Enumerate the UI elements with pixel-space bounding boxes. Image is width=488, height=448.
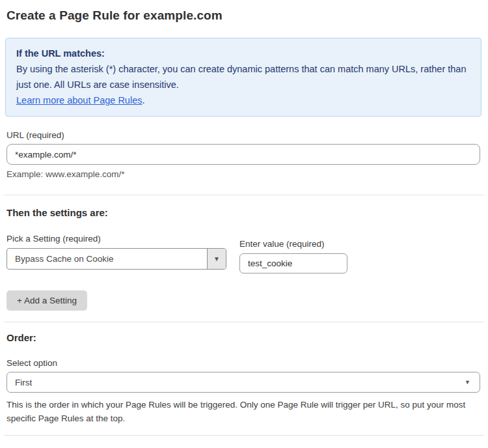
setting-dropdown[interactable]: Bypass Cache on Cookie ▼ [7, 248, 226, 270]
url-matches-info-box: If the URL matches: By using the asteris… [5, 38, 481, 117]
link-period: . [142, 95, 144, 105]
info-box-link-line: Learn more about Page Rules. [16, 92, 470, 108]
setting-value-input[interactable] [239, 253, 347, 273]
order-select[interactable]: First ▼ [7, 372, 480, 393]
order-select-value: First [15, 378, 32, 387]
enter-value-label: Enter value (required) [239, 239, 347, 249]
chevron-down-icon[interactable]: ▼ [207, 249, 226, 269]
pick-setting-label: Pick a Setting (required) [7, 234, 226, 244]
divider [4, 322, 484, 322]
pick-setting-column: Pick a Setting (required) Bypass Cache o… [7, 234, 226, 273]
select-option-label: Select option [7, 358, 480, 368]
order-help-text: This is the order in which your Page Rul… [7, 398, 472, 425]
settings-row: Pick a Setting (required) Bypass Cache o… [7, 234, 480, 273]
url-label: URL (required) [7, 130, 480, 140]
enter-value-column: Enter value (required) [239, 239, 347, 273]
url-example-text: Example: www.example.com/* [7, 169, 480, 179]
divider [4, 435, 484, 436]
setting-dropdown-value: Bypass Cache on Cookie [7, 249, 207, 269]
learn-more-link[interactable]: Learn more about Page Rules [16, 95, 142, 105]
order-section-heading: Order: [7, 332, 480, 343]
settings-section-heading: Then the settings are: [7, 207, 480, 218]
divider [4, 195, 484, 195]
info-box-body: By using the asterisk (*) character, you… [16, 61, 470, 92]
page-title: Create a Page Rule for example.com [7, 8, 480, 23]
add-setting-button[interactable]: + Add a Setting [7, 290, 87, 311]
info-box-heading: If the URL matches: [16, 46, 470, 61]
chevron-down-icon: ▼ [465, 379, 470, 385]
create-page-rule-form: Create a Page Rule for example.com If th… [0, 0, 488, 448]
url-input[interactable] [7, 144, 480, 165]
